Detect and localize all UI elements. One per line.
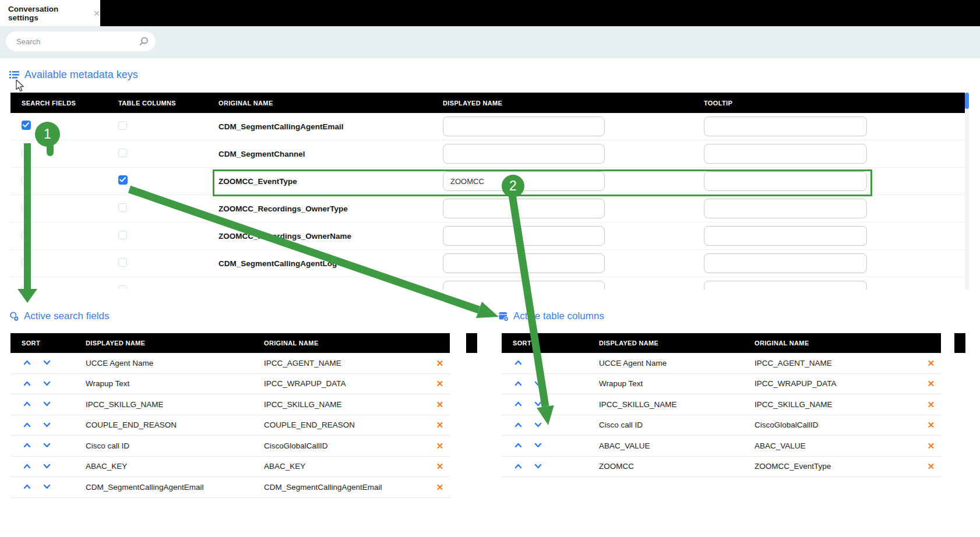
sort-up-button[interactable]	[514, 381, 523, 387]
displayed-name: UCCE Agent Name	[599, 359, 743, 368]
sort-down-button[interactable]	[43, 443, 51, 448]
tooltip-input[interactable]	[704, 116, 867, 136]
search-fields-checkbox[interactable]	[22, 231, 30, 239]
displayed-name: Wrapup Text	[599, 379, 743, 388]
search-fields-checkbox[interactable]	[22, 258, 30, 267]
search-input[interactable]: Search	[6, 31, 156, 51]
sort-down-button[interactable]	[534, 381, 542, 387]
sort-down-button[interactable]	[534, 401, 542, 407]
table-columns-checkbox[interactable]	[118, 175, 128, 185]
metadata-row	[10, 277, 965, 289]
remove-button[interactable]: ✕	[928, 359, 935, 368]
sort-up-button[interactable]	[514, 360, 523, 366]
table-columns-checkbox[interactable]	[118, 258, 127, 267]
remove-button[interactable]: ✕	[928, 462, 935, 471]
column-header-label: SORT	[22, 340, 40, 347]
active-table-columns-row: UCCE Agent NameIPCC_AGENT_NAME✕	[502, 353, 941, 374]
remove-button[interactable]: ✕	[436, 483, 444, 492]
tooltip-input[interactable]	[704, 226, 867, 246]
tooltip-input[interactable]	[704, 144, 867, 164]
remove-button[interactable]: ✕	[436, 462, 444, 471]
remove-cell: ✕	[430, 441, 450, 450]
sort-up-button[interactable]	[514, 422, 523, 428]
sort-down-button[interactable]	[43, 401, 51, 407]
displayed-name-cell: COUPLE_END_REASON	[75, 421, 253, 429]
table-columns-cell	[107, 231, 207, 242]
sort-down-button[interactable]	[534, 464, 542, 469]
original-name: ABAC_VALUE	[755, 441, 921, 450]
remove-button[interactable]: ✕	[928, 379, 935, 388]
table-scrollbar-track[interactable]	[965, 93, 969, 289]
sort-up-button[interactable]	[514, 443, 523, 448]
sort-up-button[interactable]	[514, 464, 523, 469]
tooltip-input[interactable]	[704, 199, 867, 218]
displayed-name: Cisco call ID	[599, 421, 743, 429]
original-name-cell: CDM_SegmentCallingAgentLog	[207, 259, 432, 268]
tooltip-input[interactable]	[704, 253, 867, 273]
sort-down-button[interactable]	[43, 360, 51, 366]
original-name: IPCC_AGENT_NAME	[755, 359, 921, 368]
original-name: IPCC_SKILLG_NAME	[755, 400, 921, 409]
displayed-name-input[interactable]	[443, 226, 605, 246]
tab-conversation-settings[interactable]: Conversation settings ✕	[0, 0, 100, 26]
table-columns-cell	[107, 175, 207, 187]
remove-cell: ✕	[430, 379, 450, 388]
displayed-name-input[interactable]	[443, 116, 605, 136]
search-fields-checkbox[interactable]	[22, 121, 31, 130]
displayed-name-input[interactable]	[443, 144, 605, 164]
active-table-columns-header: SORTDISPLAYED NAMEORIGINAL NAME	[502, 333, 941, 353]
sort-up-button[interactable]	[23, 381, 31, 387]
original-name: ZOOMCC_EventType	[755, 462, 921, 471]
displayed-name-input[interactable]	[443, 199, 605, 218]
remove-button[interactable]: ✕	[436, 359, 444, 368]
displayed-name-input[interactable]	[443, 253, 605, 273]
search-fields-checkbox[interactable]	[22, 149, 30, 157]
remove-button[interactable]: ✕	[436, 421, 444, 429]
sort-up-button[interactable]	[23, 464, 31, 469]
remove-button[interactable]: ✕	[928, 421, 935, 429]
active-search-fields-row: UCCE Agent NameIPCC_AGENT_NAME✕	[10, 353, 450, 374]
active-table-columns-title: Active table columns	[513, 310, 604, 322]
sort-cell	[502, 464, 588, 469]
sort-up-button[interactable]	[23, 484, 31, 490]
remove-button[interactable]: ✕	[436, 441, 444, 450]
table-columns-checkbox[interactable]	[118, 203, 127, 212]
table-plus-icon	[499, 312, 509, 322]
displayed-name-cell: ABAC_KEY	[75, 462, 253, 471]
top-bar	[0, 0, 980, 26]
table-columns-checkbox[interactable]	[118, 149, 127, 157]
displayed-name-input[interactable]	[443, 281, 605, 289]
sort-up-button[interactable]	[23, 422, 31, 428]
displayed-name-cell: UCCE Agent Name	[588, 359, 743, 368]
sort-down-button[interactable]	[43, 464, 51, 469]
original-name: COUPLE_END_REASON	[264, 421, 430, 429]
sort-up-button[interactable]	[23, 360, 31, 366]
table-scrollbar-thumb[interactable]	[965, 93, 969, 109]
sort-up-button[interactable]	[514, 401, 523, 407]
remove-button[interactable]: ✕	[436, 379, 444, 388]
sort-down-button[interactable]	[43, 422, 51, 428]
remove-button[interactable]: ✕	[928, 441, 935, 450]
search-fields-checkbox[interactable]	[22, 285, 30, 290]
sort-down-button[interactable]	[534, 443, 542, 448]
original-name: IPCC_WRAPUP_DATA	[755, 379, 921, 388]
sort-down-button[interactable]	[43, 381, 51, 387]
search-fields-checkbox[interactable]	[22, 203, 30, 212]
active-search-fields-row: ABAC_KEYABAC_KEY✕	[10, 457, 450, 478]
sort-down-button[interactable]	[534, 360, 542, 366]
remove-button[interactable]: ✕	[928, 400, 935, 409]
sort-up-button[interactable]	[23, 401, 31, 407]
table-columns-checkbox[interactable]	[118, 121, 127, 130]
sort-down-button[interactable]	[43, 484, 51, 490]
search-fields-checkbox[interactable]	[22, 176, 30, 185]
table-columns-checkbox[interactable]	[118, 285, 127, 290]
original-name: CDM_SegmentChannel	[218, 150, 432, 158]
remove-button[interactable]: ✕	[436, 400, 444, 409]
displayed-name: UCCE Agent Name	[86, 359, 253, 368]
sort-down-button[interactable]	[534, 422, 542, 428]
original-name-cell: CiscoGlobalCallID	[743, 421, 921, 429]
tab-close-icon[interactable]: ✕	[93, 9, 100, 18]
table-columns-checkbox[interactable]	[118, 231, 127, 239]
sort-up-button[interactable]	[23, 443, 31, 448]
tooltip-input[interactable]	[704, 281, 867, 289]
